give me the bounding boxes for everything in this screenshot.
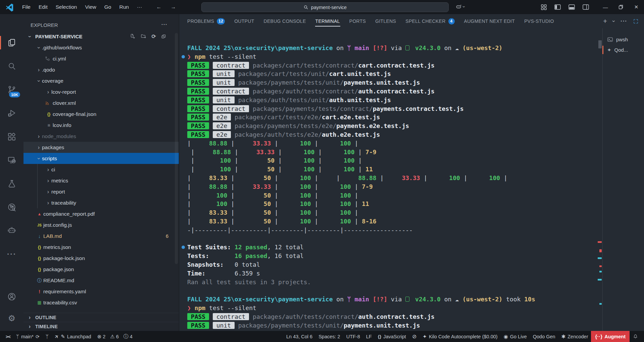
tree-item-github-workflows[interactable]: ›.github\workflows: [23, 42, 179, 53]
toggle-sidebar-icon[interactable]: [554, 4, 561, 10]
tab-problems[interactable]: PROBLEMS12: [183, 14, 230, 28]
status-copilot-status[interactable]: ⊘: [409, 331, 419, 342]
tab-terminal[interactable]: TERMINAL: [311, 14, 345, 28]
tree-item-lab-md[interactable]: ↓LAB.md6: [23, 230, 179, 242]
collapse-all-icon[interactable]: [161, 34, 167, 39]
chevron-down-icon[interactable]: ›: [613, 18, 615, 25]
copilot-button[interactable]: ›: [455, 3, 465, 10]
status-remote-indicator[interactable]: ><: [3, 331, 13, 342]
back-arrow-icon[interactable]: ←: [156, 4, 161, 10]
forward-arrow-icon[interactable]: →: [170, 4, 176, 10]
tree-item-traceability[interactable]: ›traceability: [23, 197, 179, 208]
tab-gitlens[interactable]: GITLENS: [370, 14, 401, 28]
status-eol[interactable]: LF: [363, 331, 375, 342]
tree-item-requirements-yaml[interactable]: !requirements.yaml: [23, 286, 179, 297]
command-center-search[interactable]: payment-service: [201, 2, 449, 12]
tree-item-lcov-info[interactable]: ≡lcov.info: [23, 120, 179, 131]
activity-account[interactable]: [0, 286, 23, 307]
sidebar-panel-outline[interactable]: ›OUTLINE: [23, 313, 179, 322]
tree-item-jest-config-js[interactable]: JSjest.config.js: [23, 219, 179, 230]
menu-go[interactable]: Go: [100, 2, 115, 12]
status-language-mode[interactable]: {}JavaScript: [375, 331, 409, 342]
status-problems[interactable]: ⊗2⚠6ⓘ4: [94, 331, 136, 342]
tree-item-ci[interactable]: ›ci: [23, 164, 179, 175]
explorer-more-actions-icon[interactable]: ···: [161, 22, 167, 27]
activity-explorer[interactable]: [0, 31, 23, 54]
tab-pvs-studio[interactable]: PVS-STUDIO: [519, 14, 559, 28]
status-encoding[interactable]: UTF-8: [343, 331, 363, 342]
error-icon: ⊗: [97, 334, 102, 340]
status-go-live[interactable]: ◉Go Live: [501, 331, 530, 342]
status-git-compare[interactable]: ᛘ: [43, 331, 52, 342]
tree-item-package-lock-json[interactable]: {}package-lock.json: [23, 253, 179, 264]
tree-item-coverage-final-json[interactable]: {}coverage-final.json: [23, 109, 179, 120]
tree-item-metrics-json[interactable]: {}metrics.json: [23, 242, 179, 253]
tab-augment-next-edit[interactable]: AUGMENT NEXT EDIT: [459, 14, 520, 28]
menu-[interactable]: ···: [133, 2, 146, 12]
tree-item-scripts[interactable]: ›scripts: [23, 153, 179, 164]
activity-run-debug[interactable]: [0, 101, 23, 125]
close-button[interactable]: ✕: [629, 0, 644, 14]
status-zencoder[interactable]: ✱Zencoder: [558, 331, 591, 342]
menu-view[interactable]: View: [81, 2, 100, 12]
activity-remote-explorer[interactable]: [0, 148, 23, 172]
tree-item-coverage[interactable]: ›coverage: [23, 75, 179, 86]
kebab-icon[interactable]: ···: [621, 18, 627, 25]
tab-output[interactable]: OUTPUT: [230, 14, 259, 28]
command-decoration-dot[interactable]: [182, 55, 185, 58]
status-indentation[interactable]: Spaces: 2: [315, 331, 343, 342]
refresh-icon[interactable]: ⟳: [152, 33, 156, 40]
status-gitlens-launchpad[interactable]: ✈✎Launchpad: [52, 331, 94, 342]
menu-selection[interactable]: Selection: [52, 2, 81, 12]
toggle-secondary-sidebar-icon[interactable]: [583, 4, 589, 10]
new-folder-icon[interactable]: [141, 34, 147, 39]
terminal-output[interactable]: FALL 2024 25\ox-security\payment-service…: [179, 28, 596, 331]
terminal-instance-pwsh[interactable]: pwsh: [603, 34, 644, 45]
restore-button[interactable]: [613, 0, 629, 14]
status-cursor-position[interactable]: Ln 43, Col 6: [283, 331, 315, 342]
sidebar-scrollbar[interactable]: [175, 33, 178, 264]
status-kilo-code[interactable]: ✦Kilo Code Autocomplete ($0.00): [419, 331, 500, 342]
tree-item-metrics[interactable]: ›metrics: [23, 175, 179, 186]
status-qodo-gen[interactable]: Qodo Gen: [530, 331, 558, 342]
expand-icon[interactable]: [633, 18, 639, 24]
tree-item-package-json[interactable]: {}package.json: [23, 264, 179, 275]
project-section-header[interactable]: › PAYMENT-SERVICE ⟳: [23, 31, 179, 42]
tree-item-packages[interactable]: ›packages: [23, 142, 179, 153]
customize-layout-icon[interactable]: [541, 4, 547, 10]
activity-testing[interactable]: [0, 172, 23, 196]
terminal-instance-qod[interactable]: ✦Qod...: [603, 45, 644, 55]
activity-extensions[interactable]: [0, 125, 23, 148]
status-git-branch[interactable]: ᛘmain*⟳: [13, 331, 43, 342]
status-notifications[interactable]: [630, 331, 641, 342]
tab-ports[interactable]: PORTS: [345, 14, 370, 28]
tree-item-ci-yml[interactable]: ci.yml: [23, 53, 179, 64]
plus-icon[interactable]: +: [603, 17, 607, 25]
tree-item-compliance-report-pdf[interactable]: ▲compliance_report.pdf: [23, 208, 179, 219]
status-augment[interactable]: {··}Augment: [591, 331, 630, 342]
scrollbar-thumb[interactable]: [598, 40, 602, 48]
tree-item-readme-md[interactable]: ⓘREADME.md: [23, 275, 179, 286]
menu-file[interactable]: File: [18, 2, 35, 12]
activity-source-control[interactable]: 10K: [0, 78, 23, 101]
tree-item-clover-xml[interactable]: clover.xml: [23, 97, 179, 109]
tab-spell-checker[interactable]: SPELL CHECKER4: [401, 14, 459, 28]
minimize-button[interactable]: —: [598, 0, 613, 14]
tab-debug-console[interactable]: DEBUG CONSOLE: [259, 14, 311, 28]
activity-more[interactable]: ···: [0, 243, 23, 266]
tree-item-qodo[interactable]: ›.qodo: [23, 64, 179, 75]
tree-item-lcov-report[interactable]: ›lcov-report: [23, 86, 179, 97]
tree-item-report[interactable]: ›report: [23, 186, 179, 197]
new-file-icon[interactable]: [130, 34, 136, 39]
activity-gitlens[interactable]: [0, 196, 23, 219]
tree-item-traceability-csv[interactable]: ▦traceability.csv: [23, 297, 179, 308]
sidebar-panel-timeline[interactable]: ›TIMELINE: [23, 322, 179, 331]
activity-search[interactable]: [0, 54, 23, 78]
menu-run[interactable]: Run: [115, 2, 133, 12]
toggle-panel-icon[interactable]: [568, 4, 575, 10]
activity-ai-assistant[interactable]: [0, 219, 23, 243]
command-decoration-dot[interactable]: [182, 246, 185, 249]
activity-settings[interactable]: ⚙: [0, 307, 23, 329]
tree-item-node-modules[interactable]: ›node_modules: [23, 131, 179, 142]
menu-edit[interactable]: Edit: [35, 2, 52, 12]
